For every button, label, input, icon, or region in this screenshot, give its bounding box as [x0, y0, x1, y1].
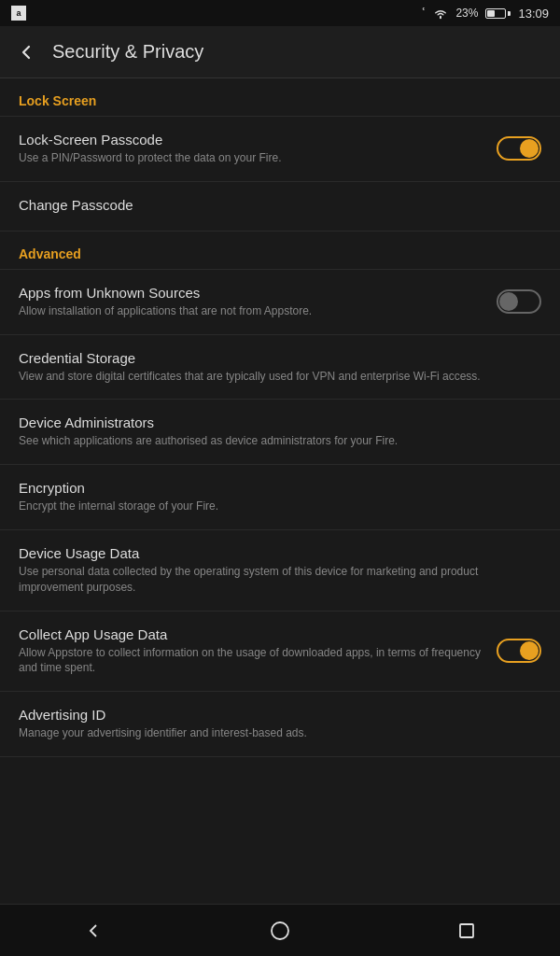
- item-title: Credential Storage: [19, 350, 526, 366]
- nav-back-button[interactable]: [65, 912, 121, 949]
- section-header-advanced: Advanced: [0, 232, 560, 269]
- item-subtitle: View and store digital certificates that…: [19, 369, 526, 385]
- battery-icon: [485, 8, 511, 19]
- item-subtitle: Allow installation of applications that …: [19, 303, 482, 319]
- status-bar: a ʿ︎ 23% 13:09: [0, 0, 560, 26]
- nav-recent-button[interactable]: [439, 912, 495, 949]
- item-subtitle: Allow Appstore to collect information on…: [19, 645, 482, 677]
- settings-item-text: Credential Storage View and store digita…: [19, 350, 541, 385]
- toggle-knob: [520, 641, 539, 660]
- settings-item-text: Lock-Screen Passcode Use a PIN/Password …: [19, 132, 497, 166]
- wifi-icon: [433, 7, 448, 20]
- item-subtitle: See which applications are authorised as…: [19, 433, 526, 449]
- item-title: Apps from Unknown Sources: [19, 285, 482, 301]
- status-bar-right: ʿ︎ 23% 13:09: [422, 7, 549, 21]
- settings-item-text: Device Administrators See which applicat…: [19, 415, 541, 449]
- settings-item-lock-screen-passcode[interactable]: Lock-Screen Passcode Use a PIN/Password …: [0, 117, 560, 182]
- toggle-knob: [520, 139, 539, 158]
- item-subtitle: Manage your advertising identifier and i…: [19, 725, 526, 741]
- settings-item-change-passcode[interactable]: Change Passcode: [0, 182, 560, 232]
- item-title: Encryption: [19, 480, 526, 496]
- settings-item-advertising-id[interactable]: Advertising ID Manage your advertising i…: [0, 692, 560, 757]
- battery-pct-text: 23%: [455, 7, 478, 20]
- settings-item-device-usage-data[interactable]: Device Usage Data Use personal data coll…: [0, 530, 560, 612]
- back-button[interactable]: [15, 41, 37, 63]
- item-title: Device Administrators: [19, 415, 526, 430]
- settings-item-unknown-sources[interactable]: Apps from Unknown Sources Allow installa…: [0, 270, 560, 335]
- page-title: Security & Privacy: [52, 41, 203, 63]
- item-subtitle: Encrypt the internal storage of your Fir…: [19, 499, 526, 514]
- toggle-lock-screen-passcode[interactable]: [497, 136, 541, 161]
- svg-point-0: [272, 922, 288, 939]
- nav-bar: Security & Privacy: [0, 26, 560, 78]
- settings-item-credential-storage[interactable]: Credential Storage View and store digita…: [0, 335, 560, 401]
- item-title: Advertising ID: [19, 707, 526, 723]
- bottom-nav: [0, 904, 560, 956]
- settings-item-collect-app-usage[interactable]: Collect App Usage Data Allow Appstore to…: [0, 612, 560, 693]
- time-text: 13:09: [518, 7, 549, 21]
- nav-home-button[interactable]: [252, 912, 308, 949]
- settings-item-text: Collect App Usage Data Allow Appstore to…: [19, 626, 497, 677]
- amazon-icon: a: [11, 6, 26, 21]
- item-title: Lock-Screen Passcode: [19, 132, 482, 148]
- toggle-knob: [499, 292, 518, 311]
- status-bar-left: a: [11, 6, 26, 21]
- settings-content: Lock Screen Lock-Screen Passcode Use a P…: [0, 78, 560, 904]
- item-title: Collect App Usage Data: [19, 626, 482, 642]
- settings-item-encryption[interactable]: Encryption Encrypt the internal storage …: [0, 465, 560, 530]
- item-title: Device Usage Data: [19, 545, 526, 561]
- svg-rect-1: [460, 924, 473, 937]
- item-subtitle: Use a PIN/Password to protect the data o…: [19, 150, 482, 166]
- settings-item-device-administrators[interactable]: Device Administrators See which applicat…: [0, 400, 560, 465]
- section-header-lock-screen: Lock Screen: [0, 78, 560, 116]
- settings-item-text: Apps from Unknown Sources Allow installa…: [19, 285, 497, 319]
- item-title: Change Passcode: [19, 197, 526, 213]
- bluetooth-icon: ʿ︎: [422, 7, 426, 21]
- item-subtitle: Use personal data collected by the opera…: [19, 564, 526, 596]
- toggle-collect-app-usage[interactable]: [497, 639, 541, 663]
- settings-item-text: Device Usage Data Use personal data coll…: [19, 545, 541, 596]
- settings-item-text: Encryption Encrypt the internal storage …: [19, 480, 541, 514]
- settings-item-text: Change Passcode: [19, 197, 541, 216]
- toggle-unknown-sources[interactable]: [497, 289, 541, 314]
- settings-item-text: Advertising ID Manage your advertising i…: [19, 707, 541, 741]
